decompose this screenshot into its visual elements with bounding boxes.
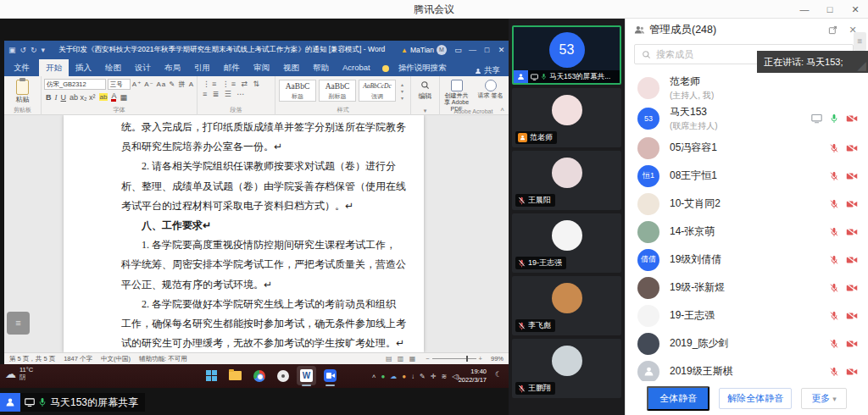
tell-me-search[interactable]: 操作说明搜索 [392, 59, 459, 76]
mic-off-icon[interactable] [830, 366, 838, 377]
tab-layout[interactable]: 布局 [158, 59, 187, 76]
minimize-button[interactable]: — [792, 0, 817, 19]
ribbon-display-options-icon[interactable]: ▭ [451, 46, 465, 54]
camera-off-icon[interactable] [846, 283, 858, 292]
member-row[interactable]: 2019级王斯棋 [626, 357, 868, 381]
word-restore-button[interactable]: □ [480, 46, 494, 54]
chrome-button[interactable] [249, 366, 269, 385]
tab-mailings[interactable]: 邮件 [217, 59, 247, 76]
mic-off-icon[interactable] [830, 170, 838, 181]
annotation-toolbar-handle[interactable]: ≡ [7, 312, 30, 335]
mic-off-icon[interactable] [830, 310, 838, 321]
search-icon[interactable] [420, 80, 430, 90]
style-subtitle[interactable]: AaBbC 副标题 [319, 80, 356, 102]
tab-home[interactable]: 开始 [39, 59, 69, 76]
maximize-button[interactable]: □ [817, 0, 843, 19]
panel-drag-handle[interactable]: ≡ [854, 32, 866, 51]
member-row[interactable]: 10-艾肖同2 [626, 190, 868, 218]
popout-icon[interactable] [828, 25, 842, 35]
pen-icon[interactable]: ✎ [420, 373, 426, 380]
mic-off-icon[interactable] [830, 338, 838, 349]
accessibility-status[interactable]: 辅助功能: 不可用 [139, 355, 187, 363]
style-heading[interactable]: AaBbC 标题 [279, 80, 316, 102]
tab-draw[interactable]: 绘图 [98, 59, 128, 76]
borders-button[interactable]: ▦ [120, 93, 127, 102]
highlight-button[interactable]: ab [99, 93, 108, 101]
video-tile[interactable]: 范老师 [512, 88, 621, 147]
zoom-out-icon[interactable]: − [426, 355, 429, 362]
view-mode-icons[interactable]: ▤ ▥ ▦ [386, 355, 417, 362]
cloud-drive-icon[interactable]: ☁ [390, 373, 397, 380]
word-close-button[interactable]: ✕ [494, 46, 509, 54]
camera-off-icon[interactable] [846, 143, 858, 152]
paste-icon[interactable] [16, 80, 29, 95]
camera-app-button[interactable] [273, 366, 292, 385]
style-emphasis[interactable]: AaBbCcDc 强调 [359, 80, 396, 102]
page-indicator[interactable]: 第 5 页，共 5 页 [9, 355, 55, 363]
undo-icon[interactable]: ↺ [20, 46, 27, 54]
camera-off-icon[interactable] [846, 227, 858, 236]
language-indicator[interactable]: 中文(中国) [101, 355, 131, 363]
status-orange-icon[interactable]: ● [402, 373, 406, 380]
word-minimize-button[interactable]: — [465, 46, 480, 54]
document-page[interactable]: 统。录入完成后，打印纸质版成绩单并签字分别送所在学院教务 员和研究生院培养办公室… [64, 115, 424, 352]
more-button[interactable]: 更多 ▾ [801, 388, 847, 409]
mute-all-button[interactable]: 全体静音 [647, 386, 709, 411]
camera-off-icon[interactable] [846, 171, 858, 180]
paragraph-tools-row1[interactable]: ⋮≡ ⋮≡ ⇄ ⇅ [198, 78, 275, 88]
camera-off-icon[interactable] [846, 114, 858, 124]
font-size-combo[interactable]: 三号 [108, 79, 131, 90]
tab-help[interactable]: 帮助 [306, 59, 336, 76]
video-tile[interactable]: 李飞彪 [512, 276, 621, 335]
meeting-taskbar-button[interactable] [320, 366, 340, 385]
focus-assist-icon[interactable]: ☾ [495, 370, 502, 379]
mic-off-icon[interactable] [830, 226, 838, 237]
camera-off-icon[interactable] [846, 199, 858, 208]
redo-icon[interactable]: ↻ [31, 46, 37, 54]
download-icon[interactable]: ↓ [411, 373, 415, 380]
bold-button[interactable]: B [46, 93, 52, 102]
chevron-up-icon[interactable]: ˄ [372, 373, 376, 380]
video-tile[interactable]: 19-王志强 [512, 213, 621, 273]
font-name-combo[interactable]: 仿宋_GB2312 [44, 79, 106, 90]
network-icon[interactable]: ≋ [441, 373, 447, 380]
paragraph-tools-row2[interactable]: ≡ ≣ ☰ ⋯ [198, 88, 275, 98]
mic-off-icon[interactable] [830, 282, 838, 293]
mic-off-icon[interactable] [830, 198, 838, 209]
word-count[interactable]: 1847 个字 [64, 355, 92, 363]
word-account-name[interactable]: MaTian [410, 46, 434, 54]
unmute-all-button[interactable]: 解除全体静音 [719, 388, 792, 409]
member-row[interactable]: 14-张京萌 [626, 218, 868, 246]
zoom-track[interactable] [432, 358, 476, 359]
member-row[interactable]: 范老师 (主持人, 我) [626, 73, 868, 103]
styles-scroll[interactable]: ▴▾▾ [398, 80, 406, 102]
mic-on-icon[interactable] [830, 113, 838, 125]
mic-off-icon[interactable] [830, 142, 838, 153]
zoom-level[interactable]: 99% [491, 355, 504, 362]
underline-button[interactable]: U [61, 93, 67, 102]
video-tile[interactable]: 王鹏翔 [512, 339, 621, 398]
screen-share-icon[interactable] [811, 114, 822, 124]
camera-off-icon[interactable] [846, 255, 858, 264]
member-row[interactable]: 2019_陈少剑 [626, 329, 868, 357]
tab-view[interactable]: 视图 [276, 59, 306, 76]
paste-button[interactable]: 粘贴 [4, 95, 41, 104]
close-button[interactable]: ✕ [843, 0, 868, 19]
tab-file[interactable]: 文件 [4, 59, 39, 76]
collapse-ribbon-icon[interactable]: ˄ [500, 106, 504, 113]
camera-off-icon[interactable] [846, 339, 858, 348]
word-taskbar-button[interactable]: W [297, 366, 316, 385]
member-row[interactable]: 53 马天153 (联席主持人) [626, 103, 868, 134]
video-tile-sharer[interactable]: 53 马天153的屏幕共... [512, 25, 621, 85]
zoom-in-icon[interactable]: + [479, 355, 482, 362]
font-tools-row2[interactable]: ab x₂ x² [70, 93, 96, 102]
tab-design[interactable]: 设计 [128, 59, 158, 76]
crosshair-icon[interactable]: ✛ [431, 373, 437, 380]
file-explorer-button[interactable] [225, 366, 245, 385]
tab-acrobat[interactable]: Acrobat [336, 59, 377, 76]
tab-insert[interactable]: 插入 [69, 59, 98, 76]
word-share-button[interactable]: 共享 [475, 65, 509, 76]
member-row[interactable]: 倩倩 19级刘倩倩 [626, 246, 868, 274]
tab-review[interactable]: 审阅 [247, 59, 276, 76]
camera-off-icon[interactable] [846, 311, 858, 320]
